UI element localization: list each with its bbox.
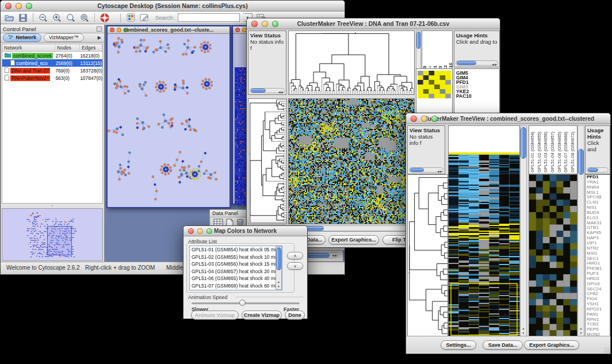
view-status-hscrollbar[interactable]: ◀ ▶ (409, 167, 443, 173)
move-down-button[interactable]: ∨ (287, 262, 303, 270)
minimize-button[interactable] (197, 228, 203, 234)
animate-vizmap-button[interactable]: Animate Vizmap (191, 311, 239, 320)
speed-slider-track[interactable] (192, 302, 300, 304)
treeview2-titlebar[interactable]: ClusterMaker TreeView : combined_scores_… (406, 113, 610, 124)
column-label[interactable]: GPL51-08 (GSM872) (570, 132, 577, 173)
speed-slider-thumb[interactable] (239, 300, 246, 306)
network-edges: 16218(0) (80, 53, 102, 59)
close-button[interactable] (411, 116, 417, 122)
network-overview-panel[interactable] (2, 208, 103, 261)
zoom-fit-icon[interactable] (66, 13, 76, 22)
column-label[interactable]: GPL51-03 (GSM856) (543, 132, 550, 173)
attribute-item[interactable]: GPL51-04 (GSM857) heat shock 20 min (190, 268, 282, 275)
zoom-heatmap-panel[interactable] (529, 174, 577, 337)
network-table-row[interactable]: combined_scores2764(0)16218(0) (2, 52, 102, 59)
overview-splitter[interactable]: ▪ (1, 205, 104, 207)
attribute-item[interactable]: GPL51-02 (GSM855) heat shock 10 min (190, 254, 282, 261)
minimize-button[interactable] (16, 3, 22, 9)
zoom-window-button[interactable] (26, 3, 32, 9)
save-icon[interactable] (18, 13, 28, 22)
column-label[interactable]: GPL51-07 (GSM868) (563, 132, 570, 173)
done-button[interactable]: Done (285, 311, 305, 320)
move-up-button[interactable]: ∧ (287, 252, 303, 259)
attribute-item[interactable]: GPL51-06 (GSM865) heat shock 40 min (190, 275, 282, 282)
minimize-button[interactable] (262, 21, 268, 27)
close-button[interactable] (251, 21, 258, 27)
zoom-in-icon[interactable] (52, 13, 62, 22)
treeview1-titlebar[interactable]: ClusterMaker TreeView : DNA and Tran 07-… (247, 18, 500, 29)
attribute-item[interactable]: GPL51-01 (GSM854) heat shock 05 min (190, 246, 282, 254)
usage-hints-hscrollbar[interactable]: ◀ ▶ (456, 60, 498, 66)
zoom-out-icon[interactable] (38, 13, 48, 22)
create-vizmap-button[interactable]: Create Vizmap (242, 311, 282, 320)
treeview2-button-save-data-[interactable]: Save Data... (483, 340, 523, 350)
attribute-item[interactable]: GPL51-03 (GSM856) heat shock 15 min (190, 260, 282, 268)
view-status-panel: View StatusNo status info f ◀ ▶ (248, 30, 286, 95)
column-dendrogram-panel[interactable] (288, 30, 415, 95)
row-label[interactable]: PAC10 (456, 94, 499, 98)
network-table-row[interactable]: combined_sco2569(6)13112(15) (2, 59, 102, 67)
search-label: Search: (155, 14, 174, 21)
zoom-window-button[interactable] (431, 116, 438, 122)
network-overview-canvas[interactable] (2, 209, 98, 260)
treeview2-window: ClusterMaker TreeView : combined_scores_… (406, 113, 611, 354)
network-table: Network Nodes Edges combined_scores2764(… (2, 44, 103, 204)
column-label[interactable]: GPL51-04 (GSM857) (550, 132, 557, 173)
heatmap-vscrollbar[interactable]: ▲▼ (520, 125, 527, 337)
resize-grip[interactable] (604, 347, 610, 353)
network-view-canvas[interactable] (108, 34, 230, 207)
network-table-row[interactable]: DNA and Tran 07769(0)183728(0) (2, 67, 102, 74)
network-table-header[interactable]: Network Nodes Edges (2, 44, 102, 52)
network-table-row[interactable]: RNAPuberNov2+563(0)107847(0) (2, 74, 102, 82)
usage-hints-hscrollbar[interactable] (587, 167, 609, 173)
open-file-icon[interactable] (4, 13, 14, 22)
treeview1-button-export-graphics-[interactable]: Export Graphics... (328, 235, 379, 244)
gene-labels-panel[interactable]: PFD1YRA1RNR4MSL1SPC98CLN1NIS1BUD4ELG1MAK… (585, 174, 610, 337)
attribute-list[interactable]: GPL51-01 (GSM854) heat shock 05 minGPL51… (189, 246, 282, 290)
heatmap-panel[interactable] (448, 125, 520, 337)
float-panel-icon[interactable] (97, 26, 102, 32)
usage-hints-panel: Usage HintsClick and drag to ◀ ▶ (454, 30, 500, 67)
control-panel: Control Panel Network VizMapper™ ▶ Netwo… (1, 25, 105, 262)
view-status-hscrollbar[interactable]: ◀ ▶ (250, 88, 285, 93)
network-edges: 183728(0) (80, 68, 102, 74)
row-dendrogram-panel[interactable] (248, 98, 287, 224)
tab-overflow-arrow[interactable]: ▶ (98, 35, 101, 40)
close-button[interactable] (5, 3, 12, 9)
network-edges: 107847(0) (80, 75, 102, 81)
attribute-list-vscrollbar[interactable]: ▲▼ (276, 246, 282, 290)
row-dendrogram-panel[interactable] (407, 174, 448, 337)
status-pan-hint: Middle- (166, 265, 185, 271)
close-button[interactable] (188, 228, 194, 234)
treeview2-button-export-graphics-[interactable]: Export Graphics... (524, 340, 579, 350)
zoom-selected-icon[interactable] (79, 13, 90, 22)
zoom-window-button[interactable] (272, 21, 278, 27)
document-icon (10, 60, 15, 67)
zoom-window-button[interactable] (206, 228, 212, 234)
network-name: combined_sco (16, 60, 48, 66)
minimize-button[interactable] (421, 116, 427, 122)
column-label[interactable]: GPL51-02 (GSM855) (537, 132, 544, 173)
column-label[interactable]: GPL51-01 (GSM854) (530, 132, 537, 173)
search-input[interactable] (178, 13, 240, 22)
zoom-vscrollbar[interactable]: ▲▼ (577, 125, 584, 337)
network-frame[interactable]: combined_scores_good.txt--cluste... (106, 25, 231, 208)
help-icon[interactable] (100, 13, 110, 22)
folder-icon (5, 52, 11, 59)
dialog-titlebar[interactable]: Map Colors to Network (183, 226, 307, 236)
frame-close-icon[interactable] (235, 28, 240, 32)
status-welcome: Welcome to Cytoscape 2.6.2 (6, 265, 80, 271)
main-titlebar[interactable]: Cytoscape Desktop (Session Name: collins… (1, 1, 345, 12)
usage-hints-panel: Usage HintsClick and (585, 125, 610, 174)
edit-annotation-icon[interactable] (139, 13, 150, 22)
treeview2-button-settings-[interactable]: Settings... (441, 340, 476, 350)
tab-network[interactable]: Network (3, 33, 41, 42)
attribute-item[interactable]: GPL51-07 (GSM868) heat shock 60 min (190, 282, 282, 290)
tab-vizmapper[interactable]: VizMapper™ (44, 33, 84, 42)
column-label[interactable]: GPL51-06 (GSM865) (557, 132, 564, 173)
animation-speed-label: Animation Speed (188, 294, 228, 300)
network-nodes: 2569(6) (56, 60, 81, 66)
heatmap-panel[interactable] (288, 98, 415, 224)
zoom-column-labels-panel[interactable]: GPL51-01 (GSM854)GPL51-02 (GSM855)GPL51-… (529, 125, 577, 174)
vizmapper-icon[interactable] (125, 13, 136, 22)
